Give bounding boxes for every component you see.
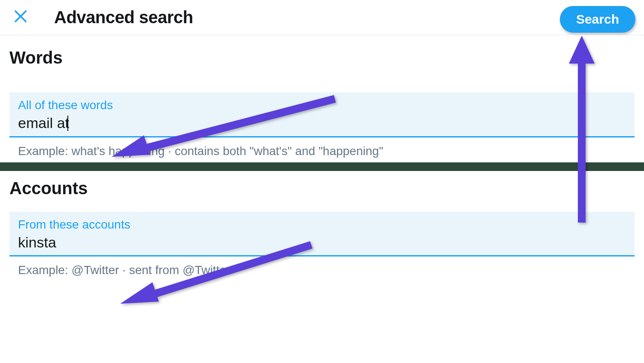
all-words-input-group[interactable]: All of these words email at — [9, 92, 635, 137]
words-section: Words All of these words email at Exampl… — [0, 35, 644, 162]
all-words-example: Example: what's happening · contains bot… — [9, 137, 635, 162]
modal-header: Advanced search Search — [0, 0, 644, 35]
all-words-label: All of these words — [18, 98, 626, 112]
from-accounts-value: kinsta — [18, 234, 56, 250]
all-words-input[interactable]: email at — [18, 114, 626, 133]
from-accounts-label: From these accounts — [18, 218, 626, 232]
close-button[interactable] — [13, 8, 28, 27]
all-words-value: email at — [18, 115, 69, 131]
from-accounts-example: Example: @Twitter · sent from @Twitter — [9, 256, 635, 281]
from-accounts-input-group[interactable]: From these accounts kinsta — [9, 212, 635, 256]
close-icon — [13, 9, 28, 24]
svg-marker-6 — [120, 282, 159, 304]
text-cursor — [67, 116, 68, 131]
search-button[interactable]: Search — [560, 6, 635, 33]
words-section-title: Words — [9, 48, 635, 67]
accounts-section: Accounts From these accounts kinsta Exam… — [0, 174, 644, 281]
from-accounts-input[interactable]: kinsta — [18, 233, 626, 252]
section-divider — [0, 162, 644, 171]
page-title: Advanced search — [54, 8, 193, 27]
accounts-section-title: Accounts — [9, 179, 635, 198]
